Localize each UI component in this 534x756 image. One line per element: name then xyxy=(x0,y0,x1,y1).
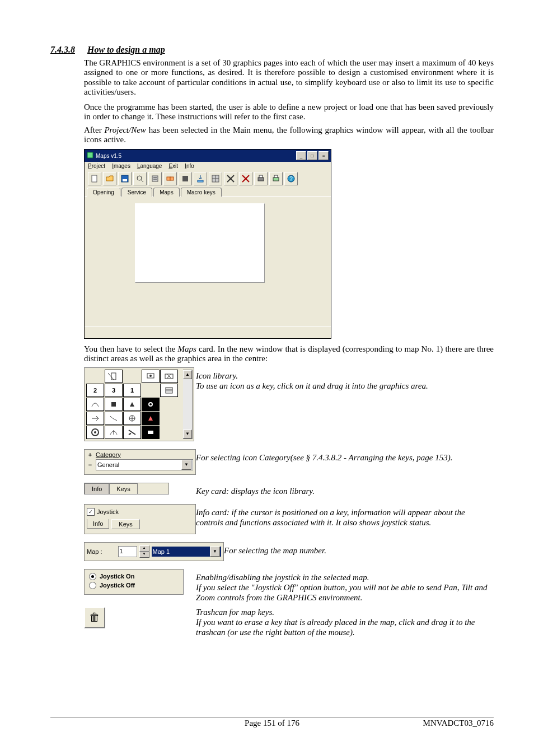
page-footer: Page 151 of 176 MNVADCT03_0716 xyxy=(50,717,494,728)
svg-text:?: ? xyxy=(289,176,293,182)
download-icon[interactable] xyxy=(194,172,207,185)
key-card-description: Key card: displays the icon library. xyxy=(196,483,315,496)
dropdown-arrow-icon[interactable]: ▼ xyxy=(210,547,220,557)
category-label: Category xyxy=(96,451,121,458)
print2-icon[interactable] xyxy=(269,172,283,185)
close-icon[interactable]: × xyxy=(318,151,329,160)
map-number-spinner[interactable]: ▲ ▼ xyxy=(139,545,149,558)
category-selector: + Category − General ▼ xyxy=(84,449,196,475)
open-folder-icon[interactable] xyxy=(103,172,116,185)
settings3-icon[interactable] xyxy=(239,172,252,185)
map-number-input[interactable]: 1 xyxy=(118,546,137,557)
joystick-off-radio[interactable]: Joystick Off xyxy=(89,582,179,589)
joystick-checkbox[interactable]: ✓ Joystick xyxy=(87,508,193,516)
category-select[interactable]: General ▼ xyxy=(96,459,193,470)
dropdown-arrow-icon[interactable]: ▼ xyxy=(181,460,191,470)
window-titlebar: Maps v1.5 _ □ × xyxy=(85,150,331,162)
joystick-radio-panel: Joystick On Joystick Off xyxy=(84,569,184,595)
menubar: Project Images Language Exit Info xyxy=(85,162,331,170)
app-window: Maps v1.5 _ □ × Project Images Language … xyxy=(84,149,331,339)
section-number: 7.4.3.8 xyxy=(50,45,75,55)
settings2-icon[interactable] xyxy=(224,172,237,185)
tab-keys[interactable]: Keys xyxy=(109,483,137,494)
graphics-canvas[interactable] xyxy=(135,203,265,283)
map-label: Map : xyxy=(87,548,102,555)
tabs-row: Opening Service Maps Macro keys xyxy=(85,187,331,197)
svg-rect-11 xyxy=(182,176,188,181)
key-card-tabs: Info Keys xyxy=(84,483,169,494)
tab-service[interactable]: Service xyxy=(121,188,152,197)
scroll-up-icon[interactable]: ▲ xyxy=(183,370,192,379)
scroll-down-icon[interactable]: ▼ xyxy=(183,430,192,438)
help-icon[interactable]: ? xyxy=(284,172,298,185)
svg-rect-10 xyxy=(170,177,174,180)
svg-point-36 xyxy=(149,403,152,405)
tab-maps[interactable]: Maps xyxy=(153,188,179,197)
info-card-panel: ✓ Joystick Info Keys xyxy=(84,504,196,534)
trashcan-description: Trashcan for map keys. If you want to er… xyxy=(196,607,494,637)
map-selector: Map : 1 ▲ ▼ Map 1 ▼ xyxy=(84,542,224,561)
tab-macro-keys[interactable]: Macro keys xyxy=(181,188,222,197)
svg-rect-26 xyxy=(111,373,116,380)
plus-icon[interactable]: + xyxy=(87,451,93,458)
svg-rect-31 xyxy=(166,388,172,393)
icon-library-scrollbar[interactable]: ▲ ▼ xyxy=(183,370,193,439)
minimize-icon[interactable]: _ xyxy=(296,151,306,160)
map-name-select[interactable]: Map 1 ▼ xyxy=(152,547,221,557)
menu-images[interactable]: Images xyxy=(112,163,130,169)
menu-language[interactable]: Language xyxy=(137,163,162,169)
joystick-description: Enabling/disabling the joystick in the s… xyxy=(196,569,494,603)
svg-point-41 xyxy=(94,431,96,433)
menu-exit[interactable]: Exit xyxy=(168,163,178,169)
settings-icon[interactable] xyxy=(148,172,162,185)
svg-line-5 xyxy=(141,180,143,182)
tab-info[interactable]: Info xyxy=(87,519,109,529)
icon-library[interactable]: 2 3 1 xyxy=(84,367,194,441)
stop-icon[interactable] xyxy=(179,172,192,185)
app-icon xyxy=(87,152,93,160)
spinner-up-icon[interactable]: ▲ xyxy=(139,545,149,552)
svg-rect-22 xyxy=(273,178,279,181)
paragraph: Once the programme has been started, the… xyxy=(84,102,494,122)
svg-rect-21 xyxy=(259,175,263,178)
svg-rect-34 xyxy=(111,402,116,407)
svg-rect-3 xyxy=(123,179,127,181)
keys-button[interactable]: Keys xyxy=(111,519,139,529)
icon-library-description: Icon library. To use an icon as a key, c… xyxy=(196,367,428,391)
page-number: Page 151 of 176 xyxy=(50,718,494,728)
joystick-on-radio[interactable]: Joystick On xyxy=(89,573,179,580)
trashcan-button[interactable]: 🗑 xyxy=(84,607,105,628)
toolbar: ? xyxy=(85,170,331,187)
app-client-area xyxy=(85,197,331,326)
trash-icon: 🗑 xyxy=(89,611,100,624)
statusbar xyxy=(85,326,331,338)
menu-info[interactable]: Info xyxy=(185,163,194,169)
preview-icon[interactable] xyxy=(133,172,147,185)
maximize-icon[interactable]: □ xyxy=(307,151,317,160)
svg-rect-20 xyxy=(258,178,264,181)
svg-rect-0 xyxy=(87,152,93,158)
svg-point-29 xyxy=(149,375,152,377)
svg-rect-1 xyxy=(92,175,97,182)
tab-info[interactable]: Info xyxy=(85,483,109,494)
svg-rect-43 xyxy=(148,431,153,434)
paragraph: The GRAPHICS environment is a set of 30 … xyxy=(84,58,494,97)
grid-icon[interactable] xyxy=(209,172,222,185)
minus-icon[interactable]: − xyxy=(87,461,93,468)
save-icon[interactable] xyxy=(118,172,132,185)
svg-rect-6 xyxy=(152,176,158,181)
category-description: For selecting icon Category(see § 7.4.3.… xyxy=(196,449,452,463)
spinner-down-icon[interactable]: ▼ xyxy=(139,552,149,558)
svg-rect-23 xyxy=(274,175,278,178)
section-title: How to design a map xyxy=(87,45,165,55)
connect-icon[interactable] xyxy=(163,172,177,185)
new-file-icon[interactable] xyxy=(88,172,101,185)
print-icon[interactable] xyxy=(254,172,268,185)
tab-opening[interactable]: Opening xyxy=(87,188,120,197)
map-selector-description: For selecting the map number. xyxy=(224,542,326,556)
paragraph: After Project/New has been selected in t… xyxy=(84,125,494,145)
paragraph: You then have to select the Maps card. I… xyxy=(84,344,494,364)
svg-rect-12 xyxy=(198,180,203,182)
menu-project[interactable]: Project xyxy=(88,163,105,169)
svg-point-4 xyxy=(137,176,142,180)
